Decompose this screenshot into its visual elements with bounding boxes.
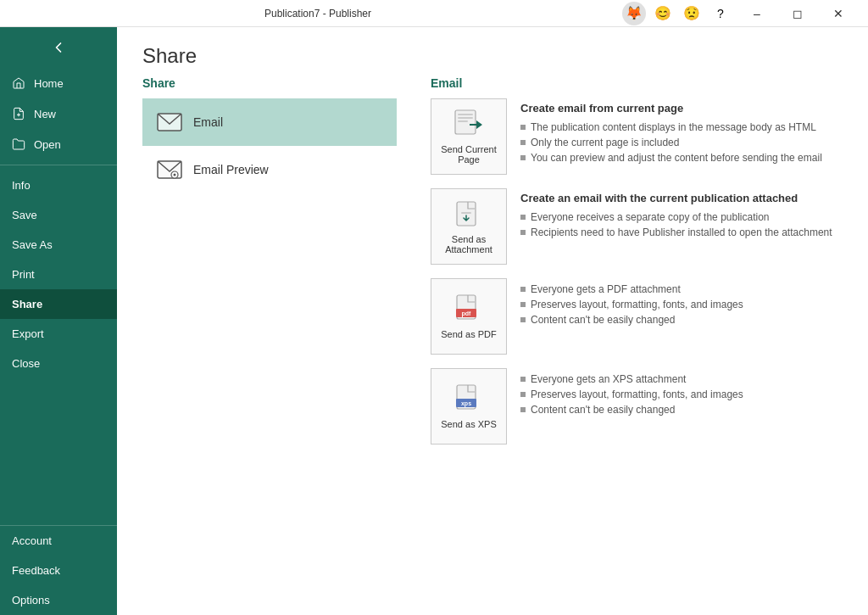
- send-as-pdf-bullets: Everyone gets a PDF attachment Preserves…: [520, 282, 851, 327]
- sidebar-item-open-label: Open: [34, 138, 61, 151]
- bullet-sq: [520, 377, 526, 382]
- sidebar-item-options[interactable]: Options: [0, 585, 117, 615]
- bullet-sq: [520, 287, 526, 292]
- bullet-sq: [520, 230, 526, 235]
- svg-rect-9: [458, 120, 468, 122]
- bullet-item: Preserves layout, formatting, fonts, and…: [520, 387, 851, 402]
- svg-rect-11: [461, 212, 471, 214]
- title-bar: Publication7 - Publisher 🦊 😊 😟 ? – ◻ ✕: [0, 0, 868, 27]
- email-option-send-as-xps: xps Send as XPS Everyone gets an XPS att…: [431, 368, 851, 444]
- sidebar-item-info[interactable]: Info: [0, 171, 117, 200]
- title-bar-title: Publication7 - Publisher: [14, 8, 622, 20]
- bullet-item: Preserves layout, formatting, fonts, and…: [520, 297, 851, 312]
- bullet-item: You can preview and adjust the content b…: [520, 150, 851, 165]
- app-body: Home New Open Info Save Save As Print Sh…: [0, 27, 868, 615]
- sidebar-item-new[interactable]: New: [0, 98, 117, 129]
- sidebar-item-share[interactable]: Share: [0, 289, 117, 319]
- sidebar-item-feedback[interactable]: Feedback: [0, 556, 117, 585]
- sidebar-nav-top: Home New Open Info Save Save As Print Sh…: [0, 68, 117, 378]
- send-as-attachment-bullets: Everyone receives a separate copy of the…: [520, 210, 851, 240]
- restore-button[interactable]: ◻: [778, 0, 817, 27]
- send-as-pdf-button[interactable]: pdf Send as PDF: [431, 278, 507, 355]
- content-area: Share Share Email: [117, 27, 868, 615]
- bullet-sq: [520, 407, 526, 412]
- email-section-title: Email: [431, 76, 851, 90]
- email-option-send-current-page: Send Current Page Create email from curr…: [431, 98, 851, 175]
- share-section: Share Email: [142, 76, 414, 615]
- close-button[interactable]: ✕: [819, 0, 858, 27]
- bullet-sq: [520, 392, 526, 397]
- bullet-sq: [520, 302, 526, 307]
- share-item-email-preview-label: Email Preview: [193, 163, 269, 176]
- send-current-page-label: Send Current Page: [438, 144, 499, 165]
- svg-text:xps: xps: [461, 400, 471, 407]
- sidebar-item-home[interactable]: Home: [0, 68, 117, 98]
- page-title: Share: [117, 27, 868, 76]
- sidebar-item-save-as[interactable]: Save As: [0, 230, 117, 260]
- content-body: Share Email: [117, 76, 868, 615]
- sidebar-item-home-label: Home: [34, 77, 64, 90]
- minimize-button[interactable]: –: [737, 0, 776, 27]
- send-as-pdf-label: Send as PDF: [441, 329, 496, 339]
- send-as-pdf-info: Everyone gets a PDF attachment Preserves…: [520, 278, 851, 327]
- share-item-email-label: Email: [193, 115, 223, 129]
- bullet-sq: [520, 140, 526, 145]
- svg-text:pdf: pdf: [462, 310, 472, 317]
- send-as-xps-info: Everyone gets an XPS attachment Preserve…: [520, 368, 851, 417]
- help-icon[interactable]: ?: [709, 2, 732, 25]
- svg-rect-8: [458, 117, 473, 119]
- email-option-send-as-pdf: pdf Send as PDF Everyone gets a PDF atta…: [431, 278, 851, 355]
- send-as-xps-label: Send as XPS: [441, 419, 496, 429]
- send-as-attachment-info: Create an email with the current publica…: [520, 188, 851, 240]
- bullet-item: Everyone gets an XPS attachment: [520, 372, 851, 387]
- email-option-send-as-attachment: Send as Attachment Create an email with …: [431, 188, 851, 265]
- bullet-item: Only the current page is included: [520, 135, 851, 150]
- malavida-icon: 🦊: [622, 2, 646, 25]
- sidebar-bottom: Account Feedback Options: [0, 525, 117, 615]
- emoji-happy-icon[interactable]: 😊: [651, 2, 675, 25]
- svg-point-5: [174, 174, 176, 176]
- bullet-item: Recipients need to have Publisher instal…: [520, 225, 851, 240]
- send-as-attachment-title: Create an email with the current publica…: [520, 192, 851, 204]
- bullet-sq: [520, 155, 526, 160]
- sidebar-item-save[interactable]: Save: [0, 200, 117, 230]
- back-button[interactable]: [0, 27, 117, 68]
- sidebar: Home New Open Info Save Save As Print Sh…: [0, 27, 117, 615]
- sidebar-item-account[interactable]: Account: [0, 526, 117, 556]
- send-as-attachment-label: Send as Attachment: [438, 234, 499, 254]
- bullet-sq: [520, 317, 526, 322]
- svg-rect-7: [458, 114, 473, 115]
- send-as-attachment-button[interactable]: Send as Attachment: [431, 188, 507, 265]
- email-icon: [156, 109, 183, 136]
- send-current-page-bullets: The publication content displays in the …: [520, 120, 851, 165]
- send-as-xps-button[interactable]: xps Send as XPS: [431, 368, 507, 444]
- sidebar-item-print[interactable]: Print: [0, 260, 117, 289]
- bullet-item: Content can't be easily changed: [520, 402, 851, 417]
- sidebar-item-export[interactable]: Export: [0, 319, 117, 349]
- sidebar-item-new-label: New: [34, 108, 56, 120]
- share-section-title: Share: [142, 76, 397, 90]
- sidebar-item-close[interactable]: Close: [0, 349, 117, 378]
- share-item-email-preview[interactable]: Email Preview: [142, 146, 397, 193]
- bullet-item: Everyone gets a PDF attachment: [520, 282, 851, 297]
- send-current-page-button[interactable]: Send Current Page: [431, 98, 507, 175]
- send-as-xps-bullets: Everyone gets an XPS attachment Preserve…: [520, 372, 851, 417]
- bullet-item: Content can't be easily changed: [520, 312, 851, 327]
- send-current-page-title: Create email from current page: [520, 102, 851, 115]
- bullet-item: Everyone receives a separate copy of the…: [520, 210, 851, 225]
- email-section: Email Send Current Page: [414, 76, 868, 615]
- email-preview-icon: [156, 156, 183, 183]
- bullet-sq: [520, 215, 526, 220]
- send-current-page-info: Create email from current page The publi…: [520, 98, 851, 165]
- sidebar-item-open[interactable]: Open: [0, 129, 117, 159]
- emoji-sad-icon[interactable]: 😟: [680, 2, 704, 25]
- bullet-sq: [520, 125, 526, 130]
- bullet-item: The publication content displays in the …: [520, 120, 851, 135]
- window-controls: – ◻ ✕: [737, 0, 861, 27]
- share-item-email[interactable]: Email: [142, 98, 397, 146]
